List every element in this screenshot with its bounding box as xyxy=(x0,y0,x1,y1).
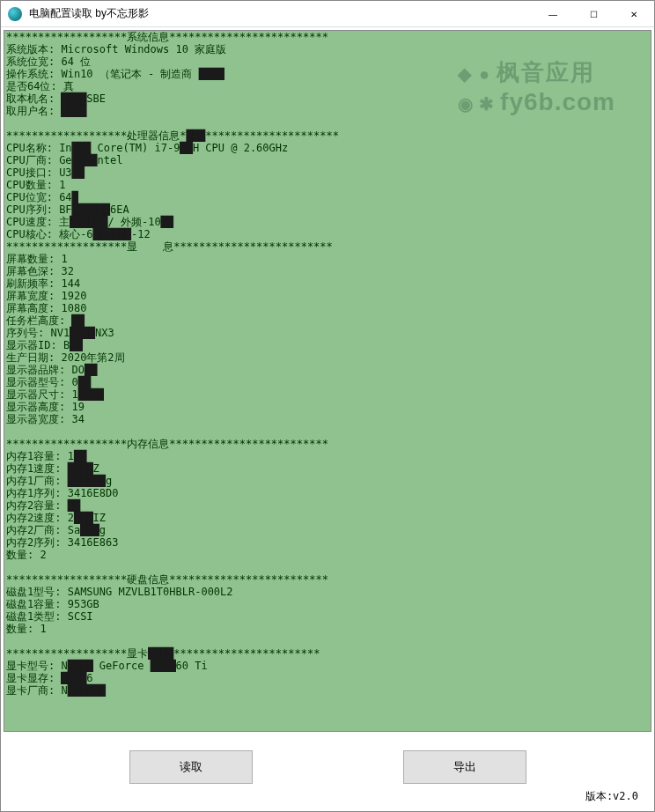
m1-vendor-b: g xyxy=(106,475,112,487)
redacted: ██████ xyxy=(68,684,106,697)
cpu-count-value: 1 xyxy=(59,179,65,191)
mem-count-label: 数量: xyxy=(6,549,40,561)
mem-count-value: 2 xyxy=(40,549,46,561)
titlebar[interactable]: 电脑配置读取 by不忘形影 — ☐ ✕ xyxy=(1,1,654,27)
cpu-name-c: H CPU @ 2.60GHz xyxy=(193,142,288,154)
disk-type-value: SCSI xyxy=(68,610,93,623)
cpu-serial-a: BF xyxy=(59,203,71,216)
brand-a: DO xyxy=(71,364,84,376)
m2-serial-label: 内存2序列: xyxy=(6,536,68,549)
maximize-button[interactable]: ☐ xyxy=(573,1,614,27)
cpu-vendor-label: CPU厂商: xyxy=(6,154,59,166)
screen-count-label: 屏幕数量: xyxy=(6,253,61,265)
model-label: 显示器型号: xyxy=(6,376,71,388)
redacted: ███ xyxy=(187,129,206,142)
mon-serial-b: NX3 xyxy=(95,327,114,339)
cpu-socket-value: U3 xyxy=(59,166,71,179)
cpu-serial-b: 6EA xyxy=(110,203,129,216)
cpu-vendor-a: Ge xyxy=(59,154,71,166)
minimize-button[interactable]: — xyxy=(533,1,573,27)
screen-height-label: 屏幕高度: xyxy=(6,302,61,314)
disk-header: *******************硬盘信息*****************… xyxy=(6,573,328,586)
mheight-value: 19 xyxy=(71,401,84,413)
screen-height-value: 1080 xyxy=(61,302,86,314)
redacted: ██ xyxy=(180,142,192,154)
gpu-mem-label: 显卡显存: xyxy=(6,672,61,684)
cpu-header-tail: ********************* xyxy=(205,129,339,142)
refresh-value: 144 xyxy=(61,277,80,290)
sys-is64-value: 真 xyxy=(63,80,74,92)
disk-type-label: 磁盘1类型: xyxy=(6,610,68,623)
sys-os-a: Win10 （笔记本 - 制造商 xyxy=(61,68,198,80)
disk-count-value: 1 xyxy=(40,623,46,635)
sys-pcname-b: SBE xyxy=(86,92,106,105)
gpu-header-a: *******************显卡 xyxy=(6,647,148,660)
cpu-speed-b: / 外频-10 xyxy=(107,216,160,228)
msize-label: 显示器尺寸: xyxy=(6,388,71,401)
redacted: ███ xyxy=(72,142,92,154)
m1-vendor-label: 内存1厂商: xyxy=(6,475,68,487)
redacted: ██ xyxy=(70,339,82,351)
redacted: ████ xyxy=(61,672,86,684)
content-area: ◆ ●枫音应用 ◉ ✱fy6b.com *******************系… xyxy=(1,27,654,811)
redacted: ████ xyxy=(148,647,173,660)
gpu-model-b: GeForce xyxy=(93,660,151,672)
color-depth-label: 屏幕色深: xyxy=(6,265,61,277)
mon-serial-label: 序列号: xyxy=(6,327,50,339)
close-button[interactable]: ✕ xyxy=(614,1,654,27)
export-button[interactable]: 导出 xyxy=(403,750,526,784)
version-label: 版本:v2.0 xyxy=(1,787,654,811)
m2-vendor-label: 内存2厂商: xyxy=(6,524,68,536)
gpu-mem-b: 6 xyxy=(86,672,92,684)
m2-cap-label: 内存2容量: xyxy=(6,499,68,512)
m2-speed-label: 内存2速度: xyxy=(6,512,68,524)
disk-count-label: 数量: xyxy=(6,623,40,635)
read-button[interactable]: 读取 xyxy=(129,750,253,784)
gpu-model-a: N xyxy=(61,660,67,672)
cpu-speed-label: CPU速度: xyxy=(6,216,59,228)
redacted: ██ xyxy=(72,166,85,179)
sys-os-label: 操作系统: xyxy=(6,68,61,80)
redacted: ███ xyxy=(74,512,93,524)
app-window: 电脑配置读取 by不忘形影 — ☐ ✕ ◆ ●枫音应用 ◉ ✱fy6b.com … xyxy=(0,0,655,812)
disk-model-value: SAMSUNG MZVLB1T0HBLR-000L2 xyxy=(68,586,233,598)
redacted: ██████ xyxy=(68,475,106,487)
output-textarea[interactable]: *******************系统信息*****************… xyxy=(4,31,651,731)
redacted: ██████ xyxy=(70,216,107,228)
button-row: 读取 导出 xyxy=(1,734,654,787)
cpu-core-label: CPU核心: xyxy=(6,228,59,240)
mon-serial-a: NV1 xyxy=(50,327,70,339)
m2-vendor-a: Sa xyxy=(68,524,80,536)
redacted: ████ xyxy=(68,462,93,475)
sys-is64-label: 是否64位: xyxy=(6,80,63,92)
sys-bits-value: 64 位 xyxy=(61,55,91,68)
taskbar-label: 任务栏高度: xyxy=(6,314,71,327)
cpu-vendor-b: ntel xyxy=(97,154,122,166)
mwidth-label: 显示器宽度: xyxy=(6,413,71,425)
redacted: ██ xyxy=(68,499,80,512)
window-controls: — ☐ ✕ xyxy=(533,1,654,26)
cpu-socket-label: CPU接口: xyxy=(6,166,59,179)
screen-width-value: 1920 xyxy=(61,290,86,302)
refresh-label: 刷新频率: xyxy=(6,277,61,290)
redacted: ████ xyxy=(61,105,86,117)
disk-model-label: 磁盘1型号: xyxy=(6,586,68,598)
gpu-vendor-a: N xyxy=(61,684,67,697)
m1-cap-a: 1 xyxy=(68,450,74,462)
m2-speed-a: 2 xyxy=(68,512,74,524)
redacted: ██ xyxy=(74,450,86,462)
cpu-speed-a: 主 xyxy=(59,216,70,228)
m2-speed-b: IZ xyxy=(93,512,106,524)
cpu-name-label: CPU名称: xyxy=(6,142,59,154)
gpu-model-label: 显卡型号: xyxy=(6,660,61,672)
redacted: ███ xyxy=(80,524,99,536)
display-header: *******************显 息******************… xyxy=(6,240,333,253)
redacted: ██ xyxy=(161,216,173,228)
redacted: ████ xyxy=(61,92,86,105)
redacted: ████ xyxy=(78,388,104,401)
brand-label: 显示器品牌: xyxy=(6,364,71,376)
output-wrapper: ◆ ●枫音应用 ◉ ✱fy6b.com *******************系… xyxy=(4,30,651,732)
m2-serial-value: 3416E863 xyxy=(68,536,119,549)
model-a: 0 xyxy=(71,376,77,388)
redacted: ██ xyxy=(71,314,84,327)
